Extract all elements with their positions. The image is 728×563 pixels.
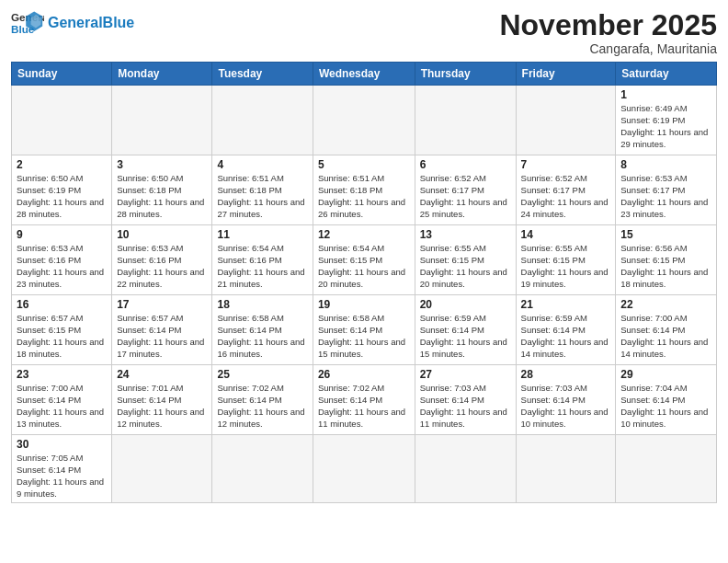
- day-number: 26: [318, 368, 410, 381]
- table-row: 7Sunrise: 6:52 AM Sunset: 6:17 PM Daylig…: [516, 155, 616, 225]
- table-row: [12, 86, 112, 155]
- table-row: 30Sunrise: 7:05 AM Sunset: 6:14 PM Dayli…: [12, 435, 112, 503]
- table-row: 9Sunrise: 6:53 AM Sunset: 6:16 PM Daylig…: [12, 225, 112, 295]
- day-info: Sunrise: 7:00 AM Sunset: 6:14 PM Dayligh…: [620, 313, 711, 360]
- day-info: Sunrise: 6:50 AM Sunset: 6:18 PM Dayligh…: [117, 173, 207, 220]
- table-row: 27Sunrise: 7:03 AM Sunset: 6:14 PM Dayli…: [415, 365, 516, 435]
- day-info: Sunrise: 7:05 AM Sunset: 6:14 PM Dayligh…: [17, 453, 107, 500]
- day-info: Sunrise: 6:58 AM Sunset: 6:14 PM Dayligh…: [318, 313, 410, 360]
- day-number: 23: [17, 368, 107, 381]
- table-row: 1Sunrise: 6:49 AM Sunset: 6:19 PM Daylig…: [616, 86, 717, 155]
- table-row: 4Sunrise: 6:51 AM Sunset: 6:18 PM Daylig…: [212, 155, 313, 225]
- day-number: 10: [117, 228, 207, 241]
- day-number: 2: [17, 158, 107, 171]
- logo: General Blue GeneralBlue: [11, 9, 134, 37]
- table-row: [212, 435, 313, 503]
- day-number: 22: [620, 298, 711, 311]
- table-row: 25Sunrise: 7:02 AM Sunset: 6:14 PM Dayli…: [212, 365, 313, 435]
- day-info: Sunrise: 6:53 AM Sunset: 6:17 PM Dayligh…: [620, 173, 711, 220]
- day-info: Sunrise: 6:58 AM Sunset: 6:14 PM Dayligh…: [217, 313, 307, 360]
- day-info: Sunrise: 6:51 AM Sunset: 6:18 PM Dayligh…: [217, 173, 307, 220]
- col-saturday: Saturday: [616, 63, 717, 86]
- day-number: 25: [217, 368, 307, 381]
- day-info: Sunrise: 6:51 AM Sunset: 6:18 PM Dayligh…: [318, 173, 410, 220]
- day-number: 30: [17, 438, 107, 451]
- day-number: 6: [420, 158, 511, 171]
- calendar: Sunday Monday Tuesday Wednesday Thursday…: [11, 62, 717, 503]
- logo-text: GeneralBlue: [48, 15, 134, 31]
- day-info: Sunrise: 6:59 AM Sunset: 6:14 PM Dayligh…: [521, 313, 611, 360]
- day-info: Sunrise: 7:02 AM Sunset: 6:14 PM Dayligh…: [217, 383, 307, 430]
- day-info: Sunrise: 6:49 AM Sunset: 6:19 PM Dayligh…: [620, 103, 711, 150]
- day-info: Sunrise: 7:02 AM Sunset: 6:14 PM Dayligh…: [318, 383, 410, 430]
- table-row: 29Sunrise: 7:04 AM Sunset: 6:14 PM Dayli…: [616, 365, 717, 435]
- day-number: 27: [420, 368, 511, 381]
- table-row: [112, 435, 212, 503]
- table-row: [415, 86, 516, 155]
- table-row: [313, 435, 415, 503]
- table-row: 5Sunrise: 6:51 AM Sunset: 6:18 PM Daylig…: [313, 155, 415, 225]
- col-tuesday: Tuesday: [212, 63, 313, 86]
- table-row: [516, 435, 616, 503]
- day-info: Sunrise: 7:01 AM Sunset: 6:14 PM Dayligh…: [117, 383, 207, 430]
- day-number: 14: [521, 228, 611, 241]
- table-row: 19Sunrise: 6:58 AM Sunset: 6:14 PM Dayli…: [313, 295, 415, 365]
- table-row: [212, 86, 313, 155]
- day-number: 15: [620, 228, 711, 241]
- day-number: 11: [217, 228, 307, 241]
- day-info: Sunrise: 6:53 AM Sunset: 6:16 PM Dayligh…: [117, 243, 207, 290]
- day-number: 18: [217, 298, 307, 311]
- day-number: 16: [17, 298, 107, 311]
- day-info: Sunrise: 6:57 AM Sunset: 6:14 PM Dayligh…: [117, 313, 207, 360]
- day-number: 29: [620, 368, 711, 381]
- table-row: 14Sunrise: 6:55 AM Sunset: 6:15 PM Dayli…: [516, 225, 616, 295]
- table-row: 20Sunrise: 6:59 AM Sunset: 6:14 PM Dayli…: [415, 295, 516, 365]
- day-info: Sunrise: 7:03 AM Sunset: 6:14 PM Dayligh…: [521, 383, 611, 430]
- table-row: 13Sunrise: 6:55 AM Sunset: 6:15 PM Dayli…: [415, 225, 516, 295]
- subtitle: Cangarafa, Mauritania: [499, 41, 717, 56]
- table-row: 28Sunrise: 7:03 AM Sunset: 6:14 PM Dayli…: [516, 365, 616, 435]
- day-number: 1: [620, 88, 711, 101]
- day-number: 12: [318, 228, 410, 241]
- day-info: Sunrise: 6:52 AM Sunset: 6:17 PM Dayligh…: [420, 173, 511, 220]
- table-row: 2Sunrise: 6:50 AM Sunset: 6:19 PM Daylig…: [12, 155, 112, 225]
- table-row: 23Sunrise: 7:00 AM Sunset: 6:14 PM Dayli…: [12, 365, 112, 435]
- header-row: Sunday Monday Tuesday Wednesday Thursday…: [12, 63, 717, 86]
- page: General Blue GeneralBlue November 2025 C…: [0, 0, 728, 563]
- day-info: Sunrise: 6:50 AM Sunset: 6:19 PM Dayligh…: [17, 173, 107, 220]
- day-info: Sunrise: 6:54 AM Sunset: 6:15 PM Dayligh…: [318, 243, 410, 290]
- table-row: 24Sunrise: 7:01 AM Sunset: 6:14 PM Dayli…: [112, 365, 212, 435]
- day-info: Sunrise: 6:59 AM Sunset: 6:14 PM Dayligh…: [420, 313, 511, 360]
- table-row: 15Sunrise: 6:56 AM Sunset: 6:15 PM Dayli…: [616, 225, 717, 295]
- day-info: Sunrise: 6:52 AM Sunset: 6:17 PM Dayligh…: [521, 173, 611, 220]
- day-info: Sunrise: 6:53 AM Sunset: 6:16 PM Dayligh…: [17, 243, 107, 290]
- day-info: Sunrise: 7:00 AM Sunset: 6:14 PM Dayligh…: [17, 383, 107, 430]
- day-number: 7: [521, 158, 611, 171]
- day-number: 13: [420, 228, 511, 241]
- table-row: [415, 435, 516, 503]
- table-row: 11Sunrise: 6:54 AM Sunset: 6:16 PM Dayli…: [212, 225, 313, 295]
- day-number: 3: [117, 158, 207, 171]
- col-wednesday: Wednesday: [313, 63, 415, 86]
- day-number: 9: [17, 228, 107, 241]
- day-number: 21: [521, 298, 611, 311]
- table-row: 8Sunrise: 6:53 AM Sunset: 6:17 PM Daylig…: [616, 155, 717, 225]
- table-row: [616, 435, 717, 503]
- table-row: 22Sunrise: 7:00 AM Sunset: 6:14 PM Dayli…: [616, 295, 717, 365]
- col-friday: Friday: [516, 63, 616, 86]
- table-row: 16Sunrise: 6:57 AM Sunset: 6:15 PM Dayli…: [12, 295, 112, 365]
- day-info: Sunrise: 6:56 AM Sunset: 6:15 PM Dayligh…: [620, 243, 711, 290]
- day-number: 4: [217, 158, 307, 171]
- day-info: Sunrise: 6:55 AM Sunset: 6:15 PM Dayligh…: [420, 243, 511, 290]
- table-row: 3Sunrise: 6:50 AM Sunset: 6:18 PM Daylig…: [112, 155, 212, 225]
- table-row: 12Sunrise: 6:54 AM Sunset: 6:15 PM Dayli…: [313, 225, 415, 295]
- day-number: 24: [117, 368, 207, 381]
- col-monday: Monday: [112, 63, 212, 86]
- day-number: 28: [521, 368, 611, 381]
- day-number: 5: [318, 158, 410, 171]
- table-row: 6Sunrise: 6:52 AM Sunset: 6:17 PM Daylig…: [415, 155, 516, 225]
- col-sunday: Sunday: [12, 63, 112, 86]
- table-row: 26Sunrise: 7:02 AM Sunset: 6:14 PM Dayli…: [313, 365, 415, 435]
- table-row: 21Sunrise: 6:59 AM Sunset: 6:14 PM Dayli…: [516, 295, 616, 365]
- day-info: Sunrise: 6:55 AM Sunset: 6:15 PM Dayligh…: [521, 243, 611, 290]
